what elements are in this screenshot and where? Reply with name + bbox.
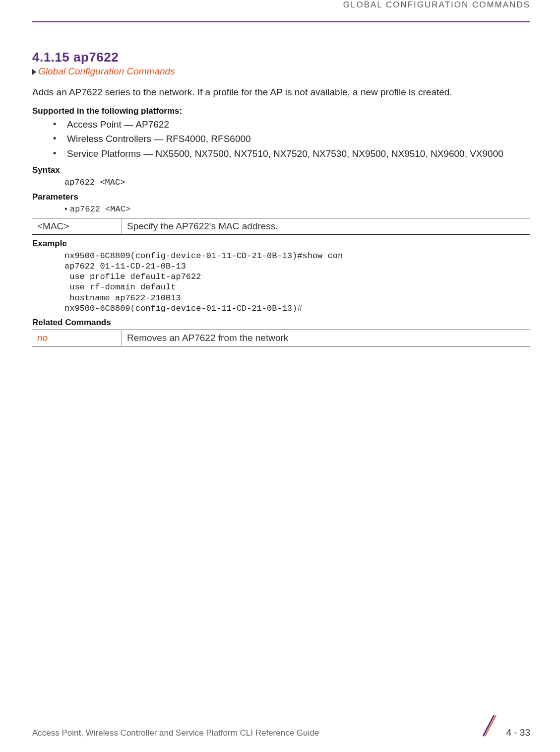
list-item: Service Platforms — NX5500, NX7500, NX75… [53,147,530,161]
param-name: <MAC> [32,218,122,234]
svg-line-0 [483,715,494,736]
param-desc: Specify the AP7622's MAC address. [122,218,531,234]
parameters-bullet: ap7622 <MAC> [64,204,530,214]
table-row: <MAC> Specify the AP7622's MAC address. [32,218,530,234]
running-header: GLOBAL CONFIGURATION COMMANDS [32,0,530,11]
list-item: Wireless Controllers — RFS4000, RFS6000 [53,133,530,146]
svg-line-1 [485,715,496,736]
breadcrumb-text: Global Configuration Commands [38,66,175,76]
slash-icon [480,713,497,738]
syntax-code: ap7622 <MAC> [64,177,530,188]
supported-list: Access Point — AP7622 Wireless Controlle… [53,118,530,161]
syntax-heading: Syntax [32,165,530,175]
header-rule [32,21,530,22]
supported-heading: Supported in the following platforms: [32,106,530,116]
page-footer: Access Point, Wireless Controller and Se… [0,713,560,738]
arrow-icon [32,69,36,75]
related-desc: Removes an AP7622 from the network [122,330,531,346]
related-heading: Related Commands [32,318,530,328]
example-heading: Example [32,239,530,249]
list-item: Access Point — AP7622 [53,118,530,132]
breadcrumb[interactable]: Global Configuration Commands [32,66,530,77]
related-table: no Removes an AP7622 from the network [32,330,530,346]
parameters-heading: Parameters [32,192,530,202]
section-title: 4.1.15 ap7622 [32,50,530,65]
related-link[interactable]: no [37,333,48,343]
footer-guide-title: Access Point, Wireless Controller and Se… [32,728,319,738]
related-name[interactable]: no [32,330,122,346]
intro-text: Adds an AP7622 series to the network. If… [32,86,530,99]
table-row: no Removes an AP7622 from the network [32,330,530,346]
parameters-table: <MAC> Specify the AP7622's MAC address. [32,218,530,235]
example-code: nx9500-6C8809(config-device-01-11-CD-21-… [64,251,530,314]
page-number: 4 - 33 [506,727,530,738]
